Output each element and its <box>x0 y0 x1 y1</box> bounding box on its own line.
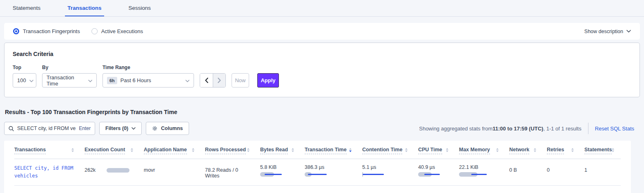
radio-label: Active Executions <box>101 28 143 34</box>
cell-network: 0 B <box>509 164 547 173</box>
view-toggle-bar: Transaction Fingerprints Active Executio… <box>4 23 640 40</box>
tab-transactions[interactable]: Transactions <box>65 0 104 16</box>
radio-active-executions[interactable]: Active Executions <box>91 28 143 34</box>
filters-button[interactable]: Filters (0) <box>99 122 142 135</box>
time-range-label: Time Range <box>103 65 194 70</box>
time-range-field: Time Range 6h Past 6 Hours <box>103 65 194 88</box>
cell-transaction: SELECT city, id FROM vehicles <box>14 164 85 180</box>
cell-cpu-time: 40.9 µs <box>418 164 459 177</box>
top-label: Top <box>13 65 36 70</box>
max-memory-bar <box>459 172 502 177</box>
show-description-label: Show description <box>584 29 623 34</box>
sort-icon[interactable] <box>612 147 614 152</box>
cell-rows-processed: 78.2 Reads / 0 Writes <box>205 164 260 179</box>
table-header-row: Transactions Execution Count Application… <box>14 147 621 159</box>
time-window-stepper <box>200 73 226 88</box>
sort-icon[interactable] <box>405 147 408 152</box>
stats-time-range: 11:00 to 17:59 (UTC) <box>492 126 543 132</box>
apply-button[interactable]: Apply <box>257 73 279 88</box>
cell-max-memory: 22.1 KiB <box>459 164 509 177</box>
chevron-down-icon <box>88 77 92 83</box>
transaction-time-bar <box>305 172 355 177</box>
column-header-transactions[interactable]: Transactions <box>14 147 85 154</box>
cell-retries: 0 <box>547 164 584 173</box>
contention-time-bar <box>362 172 411 177</box>
cpu-time-bar <box>418 172 452 177</box>
radio-selected-icon <box>13 28 19 34</box>
cell-statements: 1 <box>584 164 621 173</box>
columns-label: Columns <box>161 126 183 131</box>
column-header-retries[interactable]: Retries <box>547 147 584 154</box>
bytes-read-bar <box>260 172 297 177</box>
reset-sql-stats-link[interactable]: Reset SQL Stats <box>595 126 634 132</box>
search-input[interactable]: SELECT city, id FROM vehicles W Enter <box>4 122 95 135</box>
results-toolbar: SELECT city, id FROM vehicles W Enter Fi… <box>4 122 640 135</box>
column-header-rows-processed[interactable]: Rows Processed <box>205 147 260 154</box>
show-description-toggle[interactable]: Show description <box>584 29 631 34</box>
column-header-cpu-time[interactable]: CPU Time <box>418 147 459 154</box>
column-header-max-memory[interactable]: Max Memory <box>459 147 509 154</box>
sort-icon[interactable] <box>349 147 352 152</box>
sort-icon[interactable] <box>292 147 294 152</box>
time-range-value: Past 6 Hours <box>120 77 151 83</box>
table-row: SELECT city, id FROM vehicles 262k movr … <box>14 159 621 186</box>
sort-icon[interactable] <box>71 147 74 152</box>
divider <box>588 123 588 134</box>
chevron-right-icon <box>218 78 221 83</box>
cell-transaction-time: 386.3 µs <box>305 164 362 177</box>
cell-application-name: movr <box>144 164 205 173</box>
column-header-bytes-read[interactable]: Bytes Read <box>260 147 305 154</box>
top-select[interactable]: 100 <box>13 73 36 88</box>
filters-label: Filters (0) <box>105 126 128 131</box>
radio-unselected-icon <box>91 28 98 34</box>
by-value: Transaction Time <box>47 74 85 87</box>
top-field: Top 100 <box>13 65 36 88</box>
results-table: Transactions Execution Count Application… <box>4 141 631 193</box>
column-header-contention-time[interactable]: Contention Time <box>362 147 418 154</box>
search-criteria-title: Search Criteria <box>13 51 631 57</box>
sort-icon[interactable] <box>247 147 250 152</box>
results-heading: Results - Top 100 Transaction Fingerprin… <box>5 109 644 115</box>
chevron-down-icon <box>29 77 33 83</box>
columns-button[interactable]: Columns <box>146 122 189 135</box>
column-header-statements[interactable]: Statements <box>584 147 621 154</box>
by-select[interactable]: Transaction Time <box>42 73 97 88</box>
time-range-select[interactable]: 6h Past 6 Hours <box>103 73 194 88</box>
sort-icon[interactable] <box>534 147 536 152</box>
cell-execution-count: 262k <box>85 164 144 173</box>
execution-count-bar <box>107 168 129 173</box>
by-field: By Transaction Time <box>42 65 97 88</box>
by-label: By <box>42 65 97 70</box>
radio-label: Transaction Fingerprints <box>23 28 80 34</box>
radio-transaction-fingerprints[interactable]: Transaction Fingerprints <box>13 28 80 34</box>
chevron-down-icon <box>626 30 631 33</box>
column-header-execution-count[interactable]: Execution Count <box>85 147 144 154</box>
time-range-badge: 6h <box>107 77 117 84</box>
chevron-down-icon <box>185 77 189 83</box>
chevron-down-icon <box>131 127 136 130</box>
search-criteria-card: Search Criteria Top 100 By Transaction T… <box>4 43 640 97</box>
previous-time-window-button[interactable] <box>200 74 213 87</box>
column-header-network[interactable]: Network <box>509 147 547 154</box>
column-header-application-name[interactable]: Application Name <box>144 147 205 154</box>
sort-icon[interactable] <box>192 147 194 152</box>
aggregated-stats-text: Showing aggregated stats from 11:00 to 1… <box>419 126 581 132</box>
column-header-transaction-time[interactable]: Transaction Time <box>305 147 362 154</box>
tab-sessions[interactable]: Sessions <box>126 0 154 16</box>
sort-icon[interactable] <box>131 147 133 152</box>
now-button[interactable]: Now <box>232 73 249 88</box>
enter-hint: Enter <box>79 126 91 131</box>
sort-icon[interactable] <box>496 147 499 152</box>
tab-statements[interactable]: Statements <box>10 0 43 16</box>
chevron-left-icon <box>205 78 208 83</box>
top-value: 100 <box>17 77 26 83</box>
gear-icon <box>152 126 158 131</box>
cell-bytes-read: 5.8 KiB <box>260 164 305 177</box>
transaction-fingerprint-link[interactable]: SELECT city, id FROM vehicles <box>14 165 74 179</box>
next-time-window-button[interactable] <box>213 74 225 87</box>
sort-icon[interactable] <box>571 147 574 152</box>
transactions-page: Statements Transactions Sessions Transac… <box>0 0 644 193</box>
search-query-value: SELECT city, id FROM vehicles W <box>17 126 76 131</box>
sort-icon[interactable] <box>446 147 448 152</box>
tab-bar: Statements Transactions Sessions <box>0 0 644 17</box>
